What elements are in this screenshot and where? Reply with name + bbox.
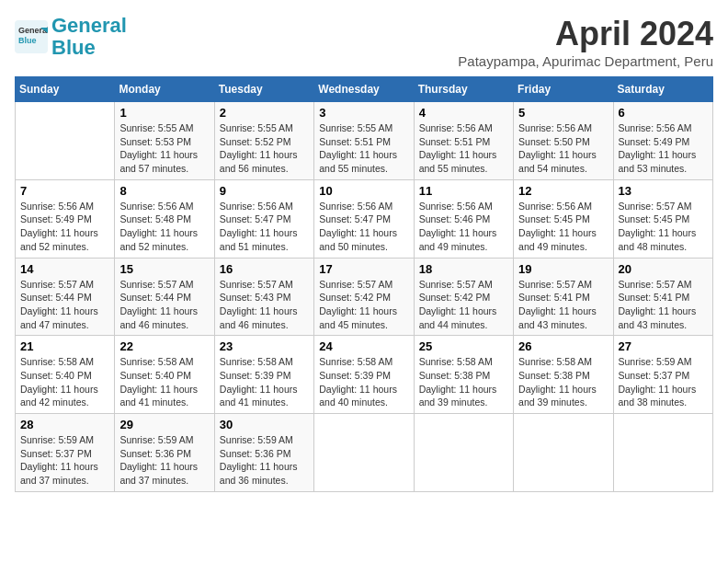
day-number: 30 xyxy=(220,418,309,431)
calendar-cell: 18Sunrise: 5:57 AM Sunset: 5:42 PM Dayli… xyxy=(414,258,513,336)
day-number: 14 xyxy=(20,262,109,276)
weekday-header: Tuesday xyxy=(214,77,313,102)
day-number: 27 xyxy=(619,339,708,353)
calendar-cell: 27Sunrise: 5:59 AM Sunset: 5:37 PM Dayli… xyxy=(613,336,712,414)
calendar-week-row: 14Sunrise: 5:57 AM Sunset: 5:44 PM Dayli… xyxy=(16,258,713,336)
logo-text: GeneralBlue xyxy=(51,15,127,59)
calendar-cell: 6Sunrise: 5:56 AM Sunset: 5:49 PM Daylig… xyxy=(613,102,712,180)
day-number: 28 xyxy=(20,418,109,431)
day-number: 26 xyxy=(518,339,608,353)
day-info: Sunrise: 5:56 AM Sunset: 5:50 PM Dayligh… xyxy=(518,121,608,176)
day-info: Sunrise: 5:56 AM Sunset: 5:49 PM Dayligh… xyxy=(619,121,708,176)
day-info: Sunrise: 5:56 AM Sunset: 5:46 PM Dayligh… xyxy=(419,200,508,254)
day-number: 8 xyxy=(119,184,209,198)
logo-icon: General Blue xyxy=(15,20,48,53)
day-number: 16 xyxy=(220,262,309,276)
calendar-header-row: SundayMondayTuesdayWednesdayThursdayFrid… xyxy=(16,77,713,102)
day-number: 24 xyxy=(319,339,408,353)
day-number: 17 xyxy=(319,262,408,276)
day-number: 11 xyxy=(419,184,508,198)
day-number: 20 xyxy=(619,262,708,276)
calendar-cell: 30Sunrise: 5:59 AM Sunset: 5:36 PM Dayli… xyxy=(214,414,313,492)
day-number: 5 xyxy=(518,106,608,120)
calendar-cell: 25Sunrise: 5:58 AM Sunset: 5:38 PM Dayli… xyxy=(414,336,513,414)
calendar-cell: 8Sunrise: 5:56 AM Sunset: 5:48 PM Daylig… xyxy=(115,179,214,258)
day-number: 22 xyxy=(119,339,209,353)
day-number: 7 xyxy=(20,184,109,198)
day-info: Sunrise: 5:57 AM Sunset: 5:43 PM Dayligh… xyxy=(220,278,309,332)
calendar-cell: 9Sunrise: 5:56 AM Sunset: 5:47 PM Daylig… xyxy=(214,179,313,258)
month-title: April 2024 xyxy=(458,15,713,53)
day-info: Sunrise: 5:55 AM Sunset: 5:53 PM Dayligh… xyxy=(119,121,209,176)
calendar-cell: 21Sunrise: 5:58 AM Sunset: 5:40 PM Dayli… xyxy=(16,336,115,414)
calendar-cell: 28Sunrise: 5:59 AM Sunset: 5:37 PM Dayli… xyxy=(16,414,115,492)
calendar-week-row: 1Sunrise: 5:55 AM Sunset: 5:53 PM Daylig… xyxy=(16,102,713,180)
day-number: 29 xyxy=(119,418,209,431)
calendar-cell: 3Sunrise: 5:55 AM Sunset: 5:51 PM Daylig… xyxy=(314,102,414,180)
day-info: Sunrise: 5:57 AM Sunset: 5:45 PM Dayligh… xyxy=(619,200,708,254)
day-number: 4 xyxy=(419,106,508,120)
day-info: Sunrise: 5:58 AM Sunset: 5:38 PM Dayligh… xyxy=(419,355,508,409)
day-number: 21 xyxy=(20,339,109,353)
calendar-cell: 22Sunrise: 5:58 AM Sunset: 5:40 PM Dayli… xyxy=(115,336,214,414)
day-number: 10 xyxy=(319,184,408,198)
day-number: 12 xyxy=(518,184,608,198)
day-info: Sunrise: 5:57 AM Sunset: 5:42 PM Dayligh… xyxy=(319,278,408,332)
calendar-cell: 16Sunrise: 5:57 AM Sunset: 5:43 PM Dayli… xyxy=(214,258,313,336)
weekday-header: Wednesday xyxy=(314,77,414,102)
calendar-cell: 29Sunrise: 5:59 AM Sunset: 5:36 PM Dayli… xyxy=(115,414,214,492)
calendar-cell xyxy=(314,414,414,492)
day-info: Sunrise: 5:56 AM Sunset: 5:47 PM Dayligh… xyxy=(220,200,309,254)
calendar-cell: 17Sunrise: 5:57 AM Sunset: 5:42 PM Dayli… xyxy=(314,258,414,336)
day-info: Sunrise: 5:56 AM Sunset: 5:48 PM Dayligh… xyxy=(119,200,209,254)
day-info: Sunrise: 5:58 AM Sunset: 5:39 PM Dayligh… xyxy=(220,355,309,409)
weekday-header: Saturday xyxy=(613,77,712,102)
calendar-cell xyxy=(613,414,712,492)
day-info: Sunrise: 5:58 AM Sunset: 5:40 PM Dayligh… xyxy=(20,355,109,409)
calendar-body: 1Sunrise: 5:55 AM Sunset: 5:53 PM Daylig… xyxy=(16,102,713,492)
calendar-cell: 13Sunrise: 5:57 AM Sunset: 5:45 PM Dayli… xyxy=(613,179,712,258)
calendar-cell: 19Sunrise: 5:57 AM Sunset: 5:41 PM Dayli… xyxy=(514,258,613,336)
day-number: 18 xyxy=(419,262,508,276)
day-number: 6 xyxy=(619,106,708,120)
day-info: Sunrise: 5:59 AM Sunset: 5:37 PM Dayligh… xyxy=(20,433,109,488)
calendar-cell: 2Sunrise: 5:55 AM Sunset: 5:52 PM Daylig… xyxy=(214,102,313,180)
day-number: 25 xyxy=(419,339,508,353)
day-number: 2 xyxy=(220,106,309,120)
calendar-cell: 14Sunrise: 5:57 AM Sunset: 5:44 PM Dayli… xyxy=(16,258,115,336)
calendar-cell: 15Sunrise: 5:57 AM Sunset: 5:44 PM Dayli… xyxy=(115,258,214,336)
calendar-cell: 20Sunrise: 5:57 AM Sunset: 5:41 PM Dayli… xyxy=(613,258,712,336)
page-header: General Blue GeneralBlue April 2024 Pata… xyxy=(15,15,713,69)
weekday-header: Sunday xyxy=(16,77,115,102)
calendar-cell: 7Sunrise: 5:56 AM Sunset: 5:49 PM Daylig… xyxy=(16,179,115,258)
calendar-week-row: 21Sunrise: 5:58 AM Sunset: 5:40 PM Dayli… xyxy=(16,336,713,414)
calendar-cell xyxy=(514,414,613,492)
day-number: 9 xyxy=(220,184,309,198)
svg-text:Blue: Blue xyxy=(18,36,37,45)
day-info: Sunrise: 5:57 AM Sunset: 5:44 PM Dayligh… xyxy=(119,278,209,332)
calendar-cell: 10Sunrise: 5:56 AM Sunset: 5:47 PM Dayli… xyxy=(314,179,414,258)
day-info: Sunrise: 5:57 AM Sunset: 5:41 PM Dayligh… xyxy=(619,278,708,332)
day-info: Sunrise: 5:57 AM Sunset: 5:41 PM Dayligh… xyxy=(518,278,608,332)
day-info: Sunrise: 5:55 AM Sunset: 5:52 PM Dayligh… xyxy=(220,121,309,176)
calendar-cell: 1Sunrise: 5:55 AM Sunset: 5:53 PM Daylig… xyxy=(115,102,214,180)
calendar-cell: 24Sunrise: 5:58 AM Sunset: 5:39 PM Dayli… xyxy=(314,336,414,414)
weekday-header: Monday xyxy=(115,77,214,102)
calendar-table: SundayMondayTuesdayWednesdayThursdayFrid… xyxy=(15,76,713,492)
logo: General Blue GeneralBlue xyxy=(15,15,127,59)
calendar-week-row: 28Sunrise: 5:59 AM Sunset: 5:37 PM Dayli… xyxy=(16,414,713,492)
day-info: Sunrise: 5:56 AM Sunset: 5:47 PM Dayligh… xyxy=(319,200,408,254)
day-info: Sunrise: 5:56 AM Sunset: 5:51 PM Dayligh… xyxy=(419,121,508,176)
calendar-cell: 12Sunrise: 5:56 AM Sunset: 5:45 PM Dayli… xyxy=(514,179,613,258)
day-number: 13 xyxy=(619,184,708,198)
day-number: 1 xyxy=(119,106,209,120)
day-number: 15 xyxy=(119,262,209,276)
calendar-cell: 4Sunrise: 5:56 AM Sunset: 5:51 PM Daylig… xyxy=(414,102,513,180)
calendar-cell xyxy=(414,414,513,492)
day-number: 3 xyxy=(319,106,408,120)
weekday-header: Thursday xyxy=(414,77,513,102)
calendar-cell: 23Sunrise: 5:58 AM Sunset: 5:39 PM Dayli… xyxy=(214,336,313,414)
day-info: Sunrise: 5:55 AM Sunset: 5:51 PM Dayligh… xyxy=(319,121,408,176)
calendar-week-row: 7Sunrise: 5:56 AM Sunset: 5:49 PM Daylig… xyxy=(16,179,713,258)
day-info: Sunrise: 5:59 AM Sunset: 5:37 PM Dayligh… xyxy=(619,355,708,409)
